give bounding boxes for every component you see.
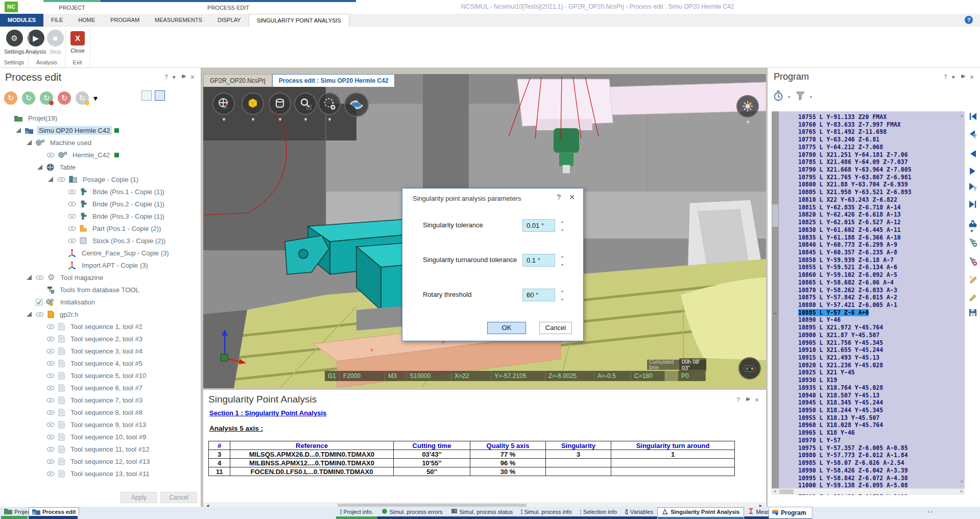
view-orientation-button[interactable] <box>212 92 235 115</box>
eye-icon[interactable] <box>68 190 76 194</box>
controller-button[interactable] <box>738 357 761 380</box>
pin-icon[interactable] <box>960 74 965 81</box>
forward-filtered-button[interactable] <box>968 182 978 192</box>
tree-item-posage-copie-1[interactable]: Posage - Copie (1) <box>0 173 200 185</box>
program-line[interactable]: 10975 L Y-57.357 Z-6.005 A-0.85 <box>780 444 962 452</box>
program-line[interactable]: 10925 L X21 Y-45 <box>780 369 962 376</box>
program-line[interactable]: 10905 L X21.756 Y-45.345 <box>780 339 962 347</box>
edit-star-button[interactable] <box>968 274 978 285</box>
panel-help-icon[interactable]: ? <box>736 396 740 404</box>
program-line[interactable]: 10970 L Y-57 <box>780 437 962 444</box>
display-options-button[interactable] <box>736 95 759 117</box>
program-line[interactable]: 10805 L X21.958 Y-63.521 Z-6.893 <box>780 188 962 196</box>
program-line[interactable]: 10845 L Y-60.357 Z-6.235 A-8 <box>780 249 962 256</box>
program-line[interactable]: 10790 L X21.668 Y-63.964 Z-7.005 <box>780 166 962 174</box>
rewind-filtered-button[interactable] <box>968 129 978 139</box>
program-line[interactable]: 10935 L X18.764 Y-45.028 <box>780 384 962 392</box>
eye-icon[interactable] <box>46 324 55 329</box>
eye-icon[interactable] <box>68 226 76 231</box>
detail-view-icon[interactable] <box>155 90 165 101</box>
rotate-view-button[interactable] <box>344 92 369 117</box>
program-line[interactable]: 10995 L Y-58.842 Z-6.072 A-4.38 <box>780 475 962 482</box>
program-line[interactable]: 10820 L Y-62.426 Z-6.618 A-13 <box>780 211 962 219</box>
close-icon[interactable]: × <box>970 73 974 81</box>
tree-item-tool-sequence-4-tool-5[interactable]: Tool sequence 4, tool #5 <box>0 357 200 369</box>
save-button[interactable] <box>968 308 978 318</box>
reset-gear-gray-icon[interactable]: ↻ <box>76 91 89 105</box>
tree-item-initialisation[interactable]: Initialisation <box>0 296 200 308</box>
dialog-cancel-button[interactable]: Cancel <box>539 322 572 334</box>
program-list[interactable]: → 10755 L Y-91.133 Z20 FMAX10760 L Y-83.… <box>772 111 965 494</box>
scroll-down-icon[interactable]: ˅ <box>961 479 963 484</box>
tree-item-tool-sequence-13-tool-11[interactable]: Tool sequence 13, tool #11 <box>0 467 200 480</box>
eye-icon[interactable] <box>46 471 55 476</box>
edit-button[interactable] <box>968 292 978 302</box>
program-line[interactable]: 10910 L X21.655 Y-45.244 <box>780 346 962 354</box>
program-line[interactable]: 10765 L Y-81.492 Z-11.698 <box>780 128 962 136</box>
section-link[interactable]: Section 1 : Singularity Point Analysis <box>209 409 326 417</box>
close-icon[interactable]: × <box>190 73 195 81</box>
menu-tab-measurements[interactable]: MEASUREMENTS <box>147 14 210 27</box>
chevron-down-icon[interactable]: ▾ <box>810 95 812 100</box>
viewport-tab-process-edit-simu-op20-hermle-c42[interactable]: Process edit : Simu OP20 Hermle C42 <box>272 74 395 87</box>
tab-simul-process-status[interactable]: Simul. process status <box>447 507 517 516</box>
reset-pin-green-icon[interactable]: ↻ <box>40 91 53 105</box>
reset-orange-icon[interactable]: ↻ <box>4 91 17 105</box>
tree-item-stock-pos-3-copie-2[interactable]: Stock (Pos.3 - Copie (2)) <box>0 234 200 247</box>
clock-icon[interactable] <box>773 90 784 104</box>
tree-item-tool-sequence-1-tool-2[interactable]: Tool sequence 1, tool #2 <box>0 320 200 333</box>
zoom-tool-button[interactable] <box>294 92 317 115</box>
program-line[interactable]: 10880 L Y-57.421 Z-6.005 A-1 <box>780 301 962 309</box>
tree-item-part-pos-1-copie-2[interactable]: Part (Pos.1 - Copie (2)) <box>0 222 200 234</box>
close-icon[interactable]: × <box>755 396 759 404</box>
chevron-down-icon[interactable]: ▾ <box>173 74 176 81</box>
eye-icon[interactable] <box>46 447 55 452</box>
singularity-tolerance-spinner[interactable]: ▲▼ <box>559 220 566 232</box>
tab-project-info[interactable]: iProject info. <box>336 507 377 516</box>
tree-item-tool-sequence-3-tool-4[interactable]: Tool sequence 3, tool #4 <box>0 345 200 357</box>
expand-toggle-icon[interactable] <box>16 128 21 133</box>
chevron-down-icon[interactable]: ▼ <box>278 117 282 122</box>
chevron-down-icon[interactable]: ▼ <box>746 120 750 125</box>
table-row[interactable]: 3MILSQS.APMX26.D...0.TDMIN0.TDMAX003'43'… <box>209 450 735 459</box>
program-line[interactable]: 10950 L X18.244 Y-45.345 <box>780 407 962 414</box>
tree-item-gp2r-h[interactable]: gp2r.h <box>0 308 200 320</box>
tree-item-tool-sequence-12-tool-13[interactable]: Tool sequence 12, tool #13 <box>0 455 200 467</box>
program-line[interactable]: 10960 L X18.028 Y-45.764 <box>780 421 962 429</box>
skip-first-button[interactable] <box>968 111 978 122</box>
eye-icon[interactable] <box>46 422 55 427</box>
scroll-thumb[interactable] <box>779 489 794 494</box>
filter-icon[interactable] <box>795 90 806 104</box>
tree-item-centre-face-sup-copie-3[interactable]: Centre_Face_Sup - Copie (3) <box>0 247 200 259</box>
eye-icon[interactable] <box>36 275 44 280</box>
pin-icon[interactable] <box>180 74 186 81</box>
tree-item-tool-sequence-8-tool-8[interactable]: Tool sequence 8, tool #8 <box>0 406 200 418</box>
modules-button[interactable]: MODULES <box>0 14 43 27</box>
tree-item-tool-sequence-11-tool-12[interactable]: Tool sequence 11, tool #12 <box>0 443 200 455</box>
program-line[interactable]: 10940 L X18.507 Y-45.13 <box>780 392 962 399</box>
tree-item-import-apt-copie-3[interactable]: Import APT - Copie (3) <box>0 259 200 271</box>
eye-icon[interactable] <box>46 337 55 341</box>
table-row[interactable]: 11FOCEN.D0.LFS0.L...0.TDMIN0.TDMAX050''3… <box>209 467 735 476</box>
tree-item-tool-sequence-7-tool-3[interactable]: Tool sequence 7, tool #3 <box>0 394 200 406</box>
chevron-down-icon[interactable]: ▼ <box>303 117 308 122</box>
panel-help-icon[interactable]: ? <box>944 74 947 81</box>
program-line[interactable]: 10815 L Y-62.835 Z-6.718 A-14 <box>780 204 962 211</box>
program-line[interactable]: 10825 L Y-62.015 Z-6.527 A-12 <box>780 219 962 226</box>
program-line[interactable]: 10830 L Y-61.602 Z-6.445 A-11 <box>780 226 962 234</box>
step-back-button[interactable] <box>968 149 978 159</box>
eye-icon[interactable] <box>46 386 55 390</box>
program-line[interactable]: 10980 L Y-57.773 Z-6.012 A-1.84 <box>780 452 962 459</box>
step-forward-button[interactable] <box>968 166 978 176</box>
reset-green-icon[interactable]: ↻ <box>22 91 35 105</box>
tree-item-table[interactable]: Table <box>0 161 200 173</box>
program-line[interactable]: 10770 L Y-63.246 Z-6.81 <box>780 136 962 144</box>
select-add-button[interactable] <box>968 238 978 248</box>
program-line[interactable]: 10945 L X18.345 Y-45.244 <box>780 399 962 407</box>
eye-icon[interactable] <box>68 214 76 219</box>
reset-red-icon[interactable]: ↻ <box>58 91 71 105</box>
expand-toggle-icon[interactable] <box>48 177 53 182</box>
scroll-up-icon[interactable]: ˄ <box>961 113 963 119</box>
tab-simul-process-errors[interactable]: Simul. process errors <box>377 507 447 516</box>
chevron-down-icon[interactable]: ▾ <box>952 74 955 81</box>
